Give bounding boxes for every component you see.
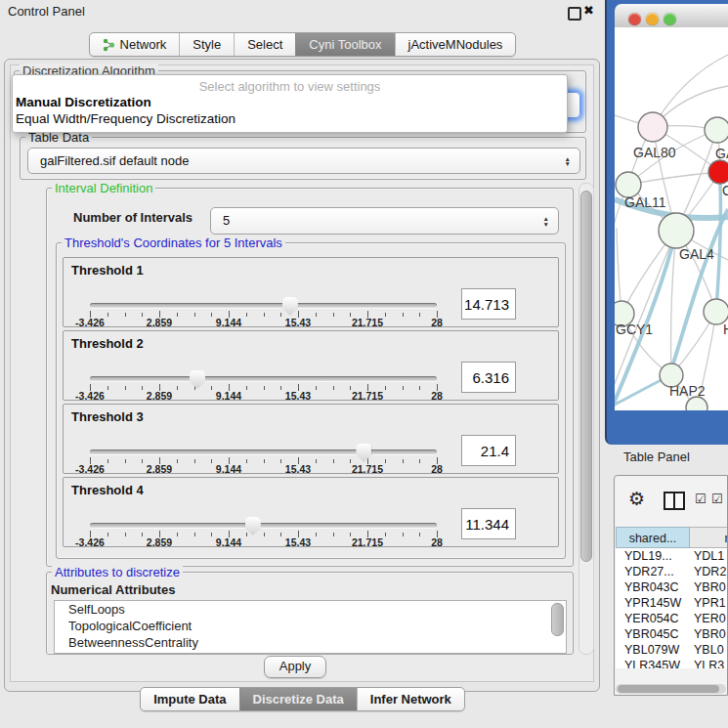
- threshold-label: Threshold 1: [71, 263, 144, 278]
- checkbox-checked-icon[interactable]: ☑: [695, 492, 707, 506]
- content-scrollbar-thumb[interactable]: [580, 191, 592, 562]
- cell-shared-name: YLR345W: [624, 658, 689, 668]
- attributes-group-title: Attributes to discretize: [52, 565, 183, 579]
- minor-tick: [280, 533, 281, 536]
- column-header-shared-name[interactable]: shared...: [616, 527, 690, 548]
- network-node-gal80[interactable]: [638, 112, 667, 142]
- minor-tick: [246, 313, 247, 317]
- number-of-intervals-combobox[interactable]: 5 ▲▼: [210, 207, 559, 235]
- threshold-slider-1[interactable]: -3.4262.8599.14415.4321.71528: [90, 295, 437, 326]
- tab-impute-data[interactable]: Impute Data: [141, 688, 238, 710]
- threshold-slider-4[interactable]: -3.4262.8599.14415.4321.71528: [90, 515, 437, 546]
- tab-cyni-toolbox[interactable]: Cyni Toolbox: [295, 33, 394, 56]
- table-rows[interactable]: YDL19...YDL1YDR27...YDR2YBR043CYBR0YPR14…: [616, 548, 727, 668]
- network-node-gal4[interactable]: [659, 213, 694, 248]
- tab-cyni-toolbox-label: Cyni Toolbox: [309, 33, 381, 56]
- minor-tick: [177, 313, 178, 317]
- combo-arrows-icon: ▲▼: [543, 216, 549, 227]
- table-panel-title: Table Panel: [623, 450, 690, 464]
- minor-tick: [333, 313, 334, 317]
- table-hscrollbar-thumb[interactable]: [618, 685, 719, 693]
- table-row[interactable]: YDL19...YDL1: [616, 548, 727, 564]
- table-row[interactable]: YER054CYER0: [616, 611, 727, 626]
- minor-tick: [125, 459, 126, 463]
- cell-name: YDL1: [694, 548, 724, 564]
- tab-infer-network[interactable]: Infer Network: [357, 688, 464, 710]
- threshold-slider-3[interactable]: -3.4262.8599.14415.4321.71528: [90, 442, 437, 473]
- checkbox-checked-icon[interactable]: ☑: [711, 492, 723, 506]
- thresholds-group: Threshold 1-3.4262.8599.14415.4321.71528…: [56, 242, 566, 559]
- minor-tick: [264, 533, 265, 536]
- slider-track[interactable]: [90, 523, 437, 528]
- threshold-value-field[interactable]: 14.713: [461, 288, 516, 320]
- tick-label: 9.144: [216, 536, 241, 548]
- float-window-icon[interactable]: [568, 7, 581, 21]
- tab-network[interactable]: Network: [90, 33, 180, 56]
- tab-discretize-data[interactable]: Discretize Data: [239, 688, 357, 710]
- network-edge-highlighted[interactable]: [716, 184, 721, 312]
- threshold-value-field[interactable]: 11.344: [461, 508, 516, 539]
- apply-button[interactable]: Apply: [264, 656, 326, 678]
- algorithm-option-equal-width-frequency-discretization[interactable]: Equal Width/Frequency Discretization: [16, 111, 236, 126]
- slider-handle[interactable]: [190, 370, 205, 389]
- tab-network-label: Network: [120, 33, 167, 56]
- attribute-item-betweennesscentrality[interactable]: BetweennessCentrality: [55, 634, 566, 651]
- table-hscrollbar-track[interactable]: [616, 684, 726, 694]
- tick-label: 15.43: [285, 463, 311, 475]
- column-header-name[interactable]: na: [690, 527, 728, 548]
- tick-label: 15.43: [285, 390, 311, 402]
- tick-label: 28: [431, 390, 443, 402]
- tab-discretize-data-label: Discretize Data: [253, 688, 344, 710]
- minor-tick: [280, 459, 281, 463]
- bottom-tab-bar: Impute DataDiscretize DataInfer Network: [0, 687, 605, 711]
- table-row[interactable]: YDR27...YDR2: [616, 564, 727, 579]
- minimize-traffic-light[interactable]: [646, 13, 659, 25]
- slider-handle[interactable]: [245, 517, 261, 535]
- tab-style-label: Style: [193, 33, 221, 56]
- table-data-combobox[interactable]: galFiltered.sif default node ▲▼: [27, 148, 580, 174]
- algorithm-option-manual-discretization[interactable]: Manual Discretization: [16, 95, 151, 109]
- table-row[interactable]: YBR045CYBR0: [616, 626, 727, 642]
- split-columns-icon[interactable]: [664, 492, 685, 510]
- slider-track[interactable]: [90, 450, 437, 454]
- threshold-value-field[interactable]: 6.316: [461, 362, 516, 393]
- minor-tick: [211, 459, 212, 463]
- attribute-item-topologicalcoefficient[interactable]: TopologicalCoefficient: [55, 618, 566, 634]
- threshold-slider-2[interactable]: -3.4262.8599.14415.4321.71528: [90, 368, 437, 400]
- gear-icon[interactable]: ⚙: [628, 488, 645, 510]
- zoom-traffic-light[interactable]: [664, 13, 676, 25]
- slider-track[interactable]: [90, 303, 437, 308]
- tick-label: 28: [431, 536, 443, 548]
- numerical-attributes-list[interactable]: SelfLoopsTopologicalCoefficientBetweenne…: [54, 600, 567, 654]
- close-traffic-light[interactable]: [628, 13, 641, 25]
- slider-handle[interactable]: [282, 297, 298, 316]
- network-canvas[interactable]: GAL80GACGAL11GAL4GCY1HHAP2: [615, 27, 728, 410]
- network-node-ga[interactable]: [705, 117, 728, 143]
- table-row[interactable]: YBR043CYBR0: [616, 579, 727, 595]
- tab-select[interactable]: Select: [234, 33, 295, 56]
- bottom-tab-group: Impute DataDiscretize DataInfer Network: [140, 687, 465, 711]
- cell-name: YBR0: [694, 579, 726, 595]
- table-row[interactable]: YLR345WYLR3: [616, 658, 727, 668]
- minor-tick: [194, 459, 195, 463]
- slider-handle[interactable]: [356, 444, 371, 462]
- minor-tick: [211, 533, 212, 536]
- tick-label: 15.43: [285, 317, 311, 328]
- close-icon[interactable]: ✖: [583, 3, 594, 18]
- table-row[interactable]: YBL079WYBL0: [616, 642, 727, 658]
- cell-name: YDR2: [694, 564, 726, 579]
- numerical-attributes-label: Numerical Attributes: [51, 582, 175, 597]
- threshold-value-field[interactable]: 21.4: [461, 435, 516, 466]
- table-row[interactable]: YPR145WYPR1: [616, 595, 727, 611]
- tab-style[interactable]: Style: [179, 33, 234, 56]
- interval-definition-group-title: Interval Definition: [52, 181, 155, 195]
- minor-tick: [280, 313, 281, 317]
- tab-jactivemnodules[interactable]: jActiveMNodules: [395, 33, 516, 56]
- minor-tick: [403, 533, 404, 536]
- attribute-item-selfloops[interactable]: SelfLoops: [55, 601, 566, 618]
- minor-tick: [419, 459, 420, 463]
- minor-tick: [177, 386, 178, 390]
- network-node-c[interactable]: [708, 160, 728, 184]
- slider-track[interactable]: [90, 376, 437, 381]
- attributes-list-scrollbar-thumb[interactable]: [551, 603, 564, 636]
